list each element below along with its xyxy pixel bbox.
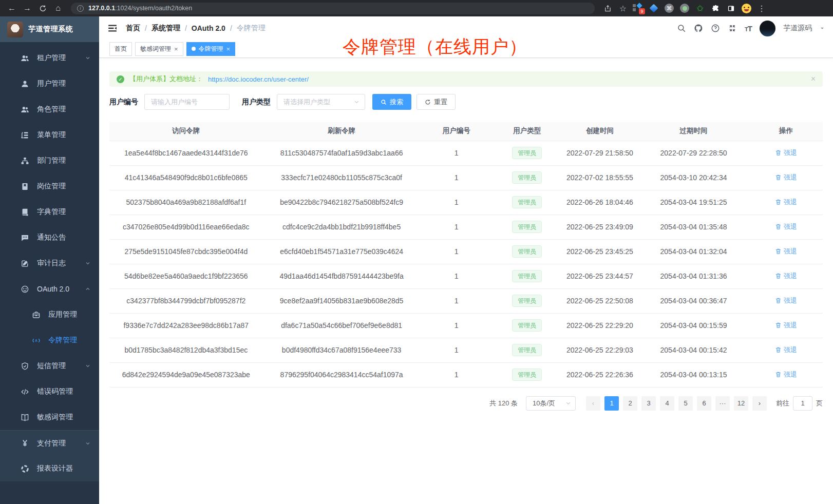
search-button[interactable]: 搜索 — [372, 94, 411, 110]
browser-menu-icon[interactable]: ⋮ — [755, 2, 768, 14]
sidebar: 芋道管理系统 租户管理用户管理角色管理菜单管理部门管理岗位管理字典管理通知公告审… — [0, 16, 99, 504]
sidebar-collapse-icon[interactable] — [107, 23, 118, 33]
breadcrumb-item[interactable]: OAuth 2.0 — [192, 24, 225, 32]
close-icon[interactable]: × — [174, 46, 178, 52]
green-star-extension-icon[interactable]: ✩ — [693, 2, 707, 14]
sidebar-item-sensitive-word[interactable]: 敏感词管理 — [0, 404, 99, 430]
force-logout-button[interactable]: 强退 — [775, 345, 797, 355]
next-page-button[interactable]: › — [752, 396, 767, 411]
profile-avatar-icon[interactable] — [740, 2, 753, 14]
help-icon[interactable] — [711, 24, 720, 33]
alert-close-icon[interactable]: × — [811, 74, 816, 84]
user-avatar[interactable] — [760, 21, 775, 36]
page-button-3[interactable]: 3 — [641, 396, 656, 411]
tab-label: 敏感词管理 — [140, 45, 171, 53]
cell-user-id: 1 — [421, 215, 493, 239]
bookmark-star-icon[interactable]: ☆ — [616, 2, 630, 14]
tab-sensitive-word[interactable]: 敏感词管理× — [135, 42, 183, 56]
cell-user-id: 1 — [421, 141, 493, 165]
fullscreen-icon[interactable] — [728, 24, 737, 33]
breadcrumb-item[interactable]: 系统管理 — [152, 24, 180, 33]
force-logout-button[interactable]: 强退 — [775, 222, 797, 231]
extensions-cluster-icon[interactable]: 9 — [632, 2, 645, 14]
username[interactable]: 芋道源码 — [783, 24, 812, 33]
user-id-input[interactable] — [144, 94, 230, 110]
user-type-badge: 管理员 — [512, 319, 542, 332]
sidebar-item-dept[interactable]: 部门管理 — [0, 148, 99, 173]
address-bar[interactable]: i 127.0.0.1:1024/system/oauth2/token — [71, 3, 595, 14]
home-icon[interactable]: ⌂ — [51, 2, 65, 14]
cell-access-token: f9336e7c7dd242a283ee98dc86b17a87 — [109, 313, 263, 338]
page-size-select[interactable]: 10条/页 — [526, 396, 576, 411]
app-logo[interactable]: 芋道管理系统 — [0, 16, 99, 42]
gem-extension-icon[interactable] — [647, 2, 660, 14]
tab-home[interactable]: 首页 — [109, 42, 132, 56]
search-icon[interactable] — [677, 24, 686, 33]
force-logout-button[interactable]: 强退 — [775, 247, 797, 256]
force-logout-button[interactable]: 强退 — [775, 148, 797, 158]
reset-button[interactable]: 重置 — [416, 94, 456, 110]
share-icon[interactable] — [601, 2, 614, 14]
sidebar-item-oauth2-app[interactable]: 应用管理 — [0, 302, 99, 327]
force-logout-button[interactable]: 强退 — [775, 296, 797, 305]
force-logout-button[interactable]: 强退 — [775, 370, 797, 379]
page-button-1[interactable]: 1 — [604, 396, 619, 411]
prev-page-button[interactable]: ‹ — [586, 396, 600, 411]
tab-token[interactable]: 令牌管理× — [186, 42, 236, 56]
page-button-2[interactable]: 2 — [623, 396, 637, 411]
sidebar-item-pay[interactable]: 支付管理 — [0, 430, 99, 456]
reload-icon[interactable] — [36, 2, 49, 14]
sidebar-item-label: 角色管理 — [37, 105, 66, 114]
sidebar-item-oauth2[interactable]: OAuth 2.0 — [0, 276, 99, 302]
sidebar-item-role[interactable]: 角色管理 — [0, 96, 99, 122]
sidebar-item-oauth2-token[interactable]: A令牌管理 — [0, 327, 99, 353]
force-logout-button[interactable]: 强退 — [775, 272, 797, 281]
sidebar-item-menu[interactable]: 菜单管理 — [0, 122, 99, 148]
breadcrumb-item[interactable]: 首页 — [126, 24, 140, 33]
page-button-4[interactable]: 4 — [660, 396, 674, 411]
forward-icon[interactable]: → — [21, 2, 34, 14]
sidebar-item-dict[interactable]: 字典管理 — [0, 199, 99, 225]
sidebar-item-post[interactable]: 岗位管理 — [0, 173, 99, 199]
force-logout-button[interactable]: 强退 — [775, 321, 797, 330]
table-row: f9336e7c7dd242a283ee98dc86b17a87dfa6c71a… — [109, 313, 823, 338]
page-button-5[interactable]: 5 — [678, 396, 693, 411]
cell-access-token: 6d842e2924594de9a09e45e087323abe — [109, 362, 263, 387]
close-icon[interactable]: × — [226, 46, 231, 52]
chevron-down-icon — [85, 260, 91, 266]
split-view-icon[interactable] — [724, 2, 737, 14]
page-button-6[interactable]: 6 — [697, 396, 711, 411]
sidebar-item-tenant[interactable]: 租户管理 — [0, 45, 99, 71]
force-logout-button[interactable]: 强退 — [775, 173, 797, 182]
user-type-select[interactable]: 请选择用户类型 — [277, 94, 365, 110]
sidebar-item-sms[interactable]: 短信管理 — [0, 353, 99, 379]
table-row: 275e5de9151045fe87cbdc395e004f4de6cfd40e… — [109, 239, 823, 264]
doc-link[interactable]: https://doc.iocoder.cn/user-center/ — [208, 75, 309, 83]
sidebar-item-audit[interactable]: 审计日志 — [0, 250, 99, 276]
trash-icon — [775, 199, 782, 205]
font-size-icon[interactable]: TT — [745, 24, 752, 33]
goto-page-input[interactable] — [793, 396, 812, 411]
cell-action: 强退 — [749, 215, 823, 239]
user-menu-caret-icon[interactable] — [820, 26, 825, 31]
sidebar-item-user[interactable]: 用户管理 — [0, 71, 99, 96]
more-pages-button[interactable]: ··· — [715, 396, 730, 411]
sidebar-item-report[interactable]: 报表设计器 — [0, 456, 99, 481]
sidebar-item-notice[interactable]: 通知公告 — [0, 225, 99, 250]
force-logout-label: 强退 — [784, 296, 797, 305]
page-button-12[interactable]: 12 — [734, 396, 748, 411]
command-extension-icon[interactable]: ⌘ — [662, 2, 676, 14]
column-header: 用户编号 — [421, 122, 493, 141]
record-extension-icon[interactable] — [678, 2, 691, 14]
users-icon — [21, 105, 29, 114]
user-type-badge: 管理员 — [512, 369, 542, 381]
success-check-icon: ✓ — [117, 75, 124, 83]
pagination: 共 120 条 10条/页 ‹123456···12› 前往 页 — [109, 396, 823, 411]
site-info-icon[interactable]: i — [77, 5, 84, 12]
github-icon[interactable] — [694, 24, 703, 33]
sidebar-item-label: 报表设计器 — [37, 464, 73, 473]
back-icon[interactable]: ← — [5, 2, 18, 14]
puzzle-extension-icon[interactable] — [709, 2, 722, 14]
sidebar-item-errcode[interactable]: 错误码管理 — [0, 379, 99, 404]
force-logout-button[interactable]: 强退 — [775, 198, 797, 207]
